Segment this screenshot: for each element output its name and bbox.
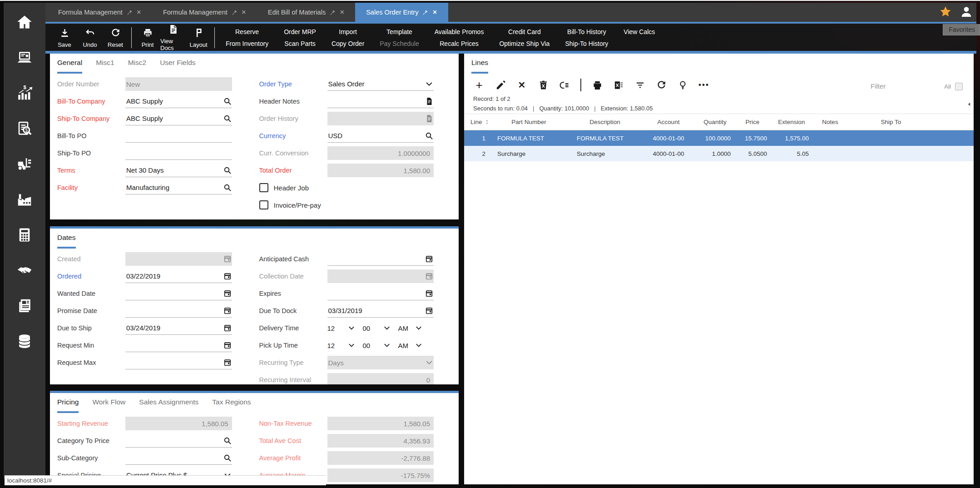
filter-icon[interactable]	[634, 79, 646, 91]
delivery-time-hour-select[interactable]: 12	[327, 324, 356, 333]
window-tab-formula-management-1[interactable]: Formula Management✕	[152, 3, 257, 22]
col-header-quantity[interactable]: Quantity	[703, 119, 726, 125]
search-icon[interactable]	[221, 436, 232, 445]
delete-icon[interactable]	[537, 79, 549, 91]
credit-card-menu-item[interactable]: Credit Card	[499, 28, 549, 35]
factory-icon[interactable]	[16, 191, 33, 208]
pin-icon[interactable]	[232, 10, 238, 15]
scan-parts-menu-item[interactable]: Scan Parts	[284, 40, 316, 47]
home-icon[interactable]	[16, 14, 33, 31]
close-icon[interactable]: ✕	[242, 9, 246, 15]
grid-row-2[interactable]: 2SurchargeSurcharge4000-01-001.00005.050…	[464, 146, 974, 161]
search-icon[interactable]	[221, 166, 232, 175]
col-header-account[interactable]: Account	[658, 119, 680, 125]
currency-value[interactable]: USD	[327, 132, 423, 139]
sub-category-field[interactable]	[125, 451, 232, 465]
print-button[interactable]: Print	[135, 28, 160, 48]
search-icon[interactable]	[221, 183, 232, 192]
pick-up-time-meridiem-select[interactable]: AM	[398, 341, 423, 350]
view-calcs-menu-item[interactable]: View Calcs	[624, 28, 655, 35]
available-promos-menu-item[interactable]: Available Promos	[435, 28, 484, 35]
edit-icon[interactable]	[495, 79, 506, 91]
anticipated-cash-field[interactable]	[327, 252, 434, 266]
ship-to-company-field[interactable]: ABC Supply	[125, 112, 232, 125]
sort-icon[interactable]	[484, 119, 490, 125]
calendar-icon[interactable]	[423, 289, 434, 298]
tab-lines[interactable]: Lines	[471, 59, 488, 74]
undo-button[interactable]: Undo	[77, 28, 103, 48]
user-icon[interactable]	[960, 5, 973, 20]
col-header-price[interactable]: Price	[746, 119, 760, 125]
forklift-icon[interactable]	[16, 155, 33, 173]
calendar-icon[interactable]	[221, 272, 232, 281]
search-icon[interactable]	[423, 131, 434, 140]
workstation-icon[interactable]	[16, 49, 33, 66]
ordered-value[interactable]: 03/22/2019	[125, 272, 221, 280]
bill-to-po-field[interactable]	[125, 129, 232, 143]
header-tab-misc1[interactable]: Misc1	[96, 59, 114, 74]
chevron-down-icon[interactable]	[383, 324, 391, 333]
bill-to-history-menu-item[interactable]: Bill-To History	[565, 28, 608, 35]
import-menu-item[interactable]: Import	[332, 28, 364, 35]
search-icon[interactable]	[221, 97, 232, 106]
save-button[interactable]: Save	[52, 28, 77, 48]
chevron-down-icon[interactable]	[423, 80, 434, 89]
header-job-checkbox[interactable]	[259, 183, 268, 192]
chevron-down-icon[interactable]	[415, 341, 423, 350]
col-header-extension[interactable]: Extension	[778, 119, 805, 125]
order-type-value[interactable]: Sales Order	[327, 80, 423, 88]
request-min-field[interactable]	[125, 339, 232, 352]
notes-icon[interactable]	[423, 97, 434, 106]
handshake-icon[interactable]	[16, 262, 33, 279]
terms-field[interactable]: Net 30 Days	[125, 164, 232, 177]
ordered-field[interactable]: 03/22/2019	[125, 269, 232, 283]
facility-field[interactable]: Manufacturing	[125, 181, 232, 194]
ship-to-history-menu-item[interactable]: Ship-To History	[565, 40, 608, 47]
pricing-tab-pricing[interactable]: Pricing	[57, 398, 79, 413]
header-tab-general[interactable]: General	[57, 59, 82, 74]
layout-button[interactable]: Layout	[186, 28, 211, 48]
col-header-notes[interactable]: Notes	[822, 119, 838, 125]
bill-to-company-field[interactable]: ABC Supply	[125, 95, 232, 108]
sales-chart-icon[interactable]: $	[16, 85, 33, 102]
copy-order-menu-item[interactable]: Copy Order	[332, 40, 364, 47]
recalc-prices-menu-item[interactable]: Recalc Prices	[435, 40, 484, 47]
order-lookup-icon[interactable]: $	[16, 120, 33, 137]
calendar-icon[interactable]	[221, 289, 232, 298]
search-icon[interactable]	[221, 114, 232, 123]
close-icon[interactable]: ✕	[340, 9, 344, 15]
bill-to-company-value[interactable]: ABC Supply	[125, 97, 221, 105]
reports-icon[interactable]	[16, 297, 33, 314]
pick-up-time-field[interactable]: 1200AM	[327, 339, 434, 352]
grid-row-1[interactable]: 1FORMULA TESTFORMULA TEST4000-01-00100.0…	[464, 130, 974, 146]
col-header-line[interactable]: Line	[464, 119, 490, 125]
ideas-icon[interactable]	[677, 79, 688, 91]
calendar-icon[interactable]	[221, 341, 232, 350]
calendar-icon[interactable]	[221, 324, 232, 333]
header-tab-misc2[interactable]: Misc2	[128, 59, 146, 74]
pin-icon[interactable]	[330, 10, 336, 15]
refresh-icon[interactable]	[655, 79, 667, 91]
more-icon[interactable]: •••	[698, 79, 710, 91]
pick-up-time-hour-select[interactable]: 12	[327, 341, 356, 350]
pick-up-time-minute-select[interactable]: 00	[363, 341, 391, 350]
star-icon[interactable]	[939, 5, 952, 20]
window-tab-sales-order-entry-3[interactable]: Sales Order Entry✕	[355, 3, 448, 22]
close-icon[interactable]: ✕	[432, 9, 437, 15]
add-icon[interactable]: +	[473, 79, 485, 91]
request-max-field[interactable]	[125, 356, 232, 369]
delivery-time-meridiem-select[interactable]: AM	[398, 324, 423, 333]
delivery-time-minute-select[interactable]: 00	[363, 324, 391, 333]
promise-date-field[interactable]	[125, 304, 232, 318]
database-icon[interactable]	[16, 333, 33, 350]
due-to-ship-field[interactable]: 03/24/2019	[125, 321, 232, 335]
search-icon[interactable]	[221, 453, 232, 463]
cancel-icon[interactable]: ✕	[516, 79, 528, 91]
due-to-dock-field[interactable]: 03/31/2019	[327, 304, 434, 318]
due-to-dock-value[interactable]: 03/31/2019	[327, 307, 423, 314]
calendar-icon[interactable]	[221, 306, 232, 315]
all-checkbox[interactable]	[955, 83, 963, 90]
expires-field[interactable]	[327, 287, 434, 300]
delivery-time-field[interactable]: 1200AM	[327, 321, 434, 335]
category-to-price-field[interactable]	[125, 434, 232, 448]
